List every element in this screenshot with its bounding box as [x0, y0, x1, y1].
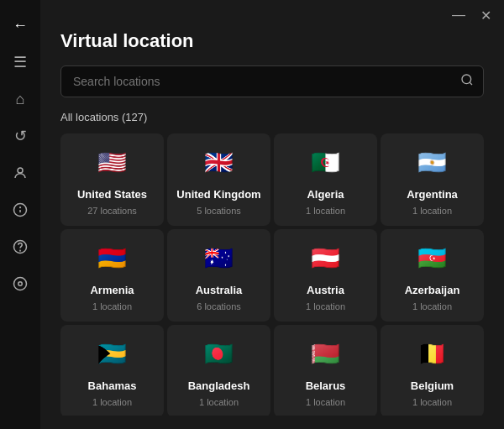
locations-grid: 🇺🇸United States27 locations🇬🇧United King…	[60, 133, 484, 416]
settings-icon[interactable]	[5, 269, 35, 299]
search-container	[60, 65, 484, 97]
location-name: United States	[77, 188, 147, 201]
location-count: 1 location	[412, 397, 452, 407]
info-icon[interactable]	[5, 195, 35, 225]
location-card[interactable]: 🇧🇪Belgium1 location	[381, 325, 484, 416]
location-card[interactable]: 🇦🇺Australia6 locations	[167, 229, 270, 322]
location-count: 1 location	[92, 397, 132, 407]
flag-icon: 🇦🇷	[414, 145, 451, 180]
svg-point-0	[18, 168, 23, 173]
refresh-icon[interactable]: ↺	[5, 121, 35, 151]
location-name: Bahamas	[88, 379, 137, 392]
location-name: United Kingdom	[176, 188, 260, 201]
page-title: Virtual location	[60, 30, 484, 52]
svg-point-7	[18, 282, 23, 286]
flag-icon: 🇩🇿	[307, 145, 344, 180]
location-card[interactable]: 🇦🇿Azerbaijan1 location	[381, 229, 484, 322]
flag-icon: 🇦🇹	[307, 241, 344, 275]
location-card[interactable]: 🇩🇿Algeria1 location	[274, 133, 377, 226]
main-content: — ✕ Virtual location All locations (127)…	[40, 0, 504, 429]
location-name: Algeria	[307, 188, 344, 201]
flag-icon: 🇧🇪	[414, 337, 451, 371]
location-name: Belgium	[411, 379, 454, 392]
location-count: 1 location	[199, 397, 239, 407]
user-icon[interactable]	[5, 158, 35, 188]
search-input[interactable]	[60, 65, 484, 97]
flag-icon: 🇬🇧	[201, 145, 238, 180]
flag-icon: 🇧🇩	[201, 337, 238, 371]
minimize-button[interactable]: —	[450, 7, 467, 24]
location-name: Austria	[307, 284, 344, 296]
section-label: All locations (127)	[60, 111, 484, 123]
location-count: 5 locations	[197, 206, 241, 216]
location-name: Argentina	[407, 188, 458, 201]
location-card[interactable]: 🇦🇹Austria1 location	[274, 229, 377, 322]
location-name: Belarus	[306, 379, 346, 392]
help-icon[interactable]	[5, 232, 35, 262]
back-icon[interactable]: ←	[5, 10, 35, 40]
flag-icon: 🇦🇿	[414, 241, 451, 275]
location-card[interactable]: 🇦🇷Argentina1 location	[381, 133, 484, 226]
flag-icon: 🇦🇺	[201, 241, 238, 275]
location-name: Bangladesh	[188, 379, 250, 392]
svg-point-6	[14, 278, 27, 290]
close-button[interactable]: ✕	[477, 7, 494, 24]
location-count: 1 location	[92, 301, 132, 311]
flag-icon: 🇧🇸	[94, 337, 131, 371]
location-card[interactable]: 🇺🇸United States27 locations	[60, 133, 164, 226]
location-card[interactable]: 🇦🇲Armenia1 location	[60, 229, 164, 322]
location-count: 1 location	[412, 301, 452, 311]
flag-icon: 🇧🇾	[307, 337, 344, 371]
sidebar: ← ☰ ⌂ ↺	[0, 0, 40, 429]
svg-point-5	[20, 250, 21, 251]
location-count: 1 location	[306, 301, 345, 311]
flag-icon: 🇦🇲	[94, 241, 131, 275]
location-name: Australia	[196, 284, 243, 296]
location-card[interactable]: 🇬🇧United Kingdom5 locations	[167, 133, 270, 226]
location-count: 1 location	[412, 206, 452, 216]
location-count: 1 location	[306, 206, 345, 216]
location-count: 6 locations	[197, 301, 241, 311]
location-count: 27 locations	[87, 206, 137, 216]
menu-icon[interactable]: ☰	[5, 47, 35, 77]
svg-line-9	[470, 82, 472, 85]
location-card[interactable]: 🇧🇩Bangladesh1 location	[167, 325, 270, 416]
location-card[interactable]: 🇧🇸Bahamas1 location	[60, 325, 164, 416]
content-area: Virtual location All locations (127) 🇺🇸U…	[40, 30, 504, 429]
titlebar: — ✕	[40, 0, 504, 30]
location-name: Armenia	[90, 284, 134, 296]
search-icon	[460, 73, 474, 90]
location-count: 1 location	[306, 397, 345, 407]
location-card[interactable]: 🇧🇾Belarus1 location	[274, 325, 377, 416]
home-icon[interactable]: ⌂	[5, 84, 35, 114]
location-name: Azerbaijan	[405, 284, 460, 296]
svg-point-8	[462, 75, 471, 84]
flag-icon: 🇺🇸	[94, 145, 131, 180]
